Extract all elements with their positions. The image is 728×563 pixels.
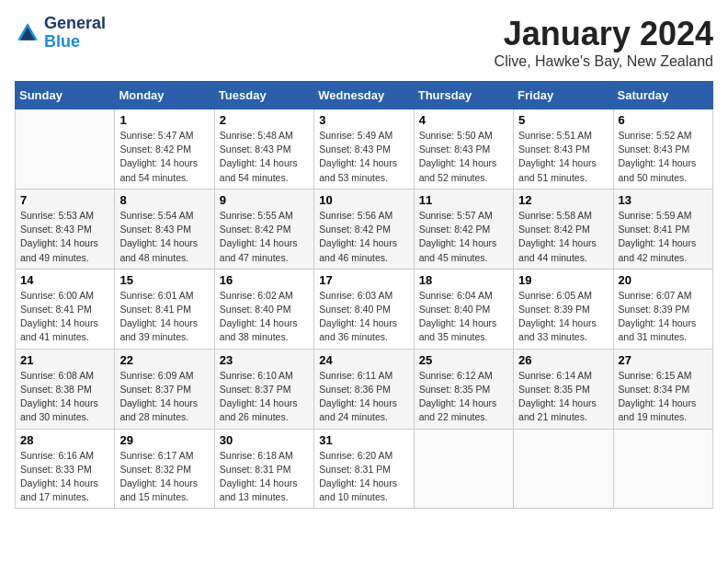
calendar-cell: 17Sunrise: 6:03 AMSunset: 8:40 PMDayligh… (314, 269, 414, 349)
calendar-cell: 24Sunrise: 6:11 AMSunset: 8:36 PMDayligh… (314, 349, 414, 429)
calendar-cell: 19Sunrise: 6:05 AMSunset: 8:39 PMDayligh… (514, 269, 613, 349)
calendar-cell: 5Sunrise: 5:51 AMSunset: 8:43 PMDaylight… (514, 109, 613, 190)
day-number: 2 (220, 113, 309, 127)
calendar-cell: 21Sunrise: 6:08 AMSunset: 8:38 PMDayligh… (16, 349, 115, 429)
header-saturday: Saturday (613, 82, 712, 109)
calendar-cell: 1Sunrise: 5:47 AMSunset: 8:42 PMDaylight… (115, 109, 214, 190)
day-number: 17 (319, 273, 408, 287)
day-detail: Sunrise: 6:08 AMSunset: 8:38 PMDaylight:… (20, 369, 109, 425)
day-detail: Sunrise: 5:47 AMSunset: 8:42 PMDaylight:… (119, 129, 209, 185)
day-number: 23 (220, 353, 309, 367)
calendar-cell: 26Sunrise: 6:14 AMSunset: 8:35 PMDayligh… (514, 349, 613, 429)
day-number: 8 (119, 193, 209, 207)
day-detail: Sunrise: 6:20 AMSunset: 8:31 PMDaylight:… (319, 449, 408, 505)
day-number: 28 (20, 433, 109, 447)
day-number: 21 (20, 353, 109, 367)
day-number: 20 (619, 273, 708, 287)
day-number: 19 (518, 273, 608, 287)
calendar-week-row: 28Sunrise: 6:16 AMSunset: 8:33 PMDayligh… (16, 429, 713, 509)
day-detail: Sunrise: 5:53 AMSunset: 8:43 PMDaylight:… (20, 209, 109, 265)
day-number: 7 (20, 193, 109, 207)
day-number: 11 (419, 193, 508, 207)
day-detail: Sunrise: 6:10 AMSunset: 8:37 PMDaylight:… (220, 369, 309, 425)
day-detail: Sunrise: 6:00 AMSunset: 8:41 PMDaylight:… (20, 289, 109, 345)
month-title: January 2024 (495, 15, 713, 53)
day-detail: Sunrise: 5:58 AMSunset: 8:42 PMDaylight:… (518, 209, 608, 265)
day-detail: Sunrise: 6:11 AMSunset: 8:36 PMDaylight:… (319, 369, 408, 425)
logo: General Blue (15, 15, 106, 52)
calendar-cell: 15Sunrise: 6:01 AMSunset: 8:41 PMDayligh… (115, 269, 214, 349)
calendar-cell (613, 429, 712, 509)
day-number: 16 (220, 273, 309, 287)
calendar-cell: 25Sunrise: 6:12 AMSunset: 8:35 PMDayligh… (414, 349, 513, 429)
day-number: 15 (119, 273, 209, 287)
calendar-cell (514, 429, 613, 509)
day-detail: Sunrise: 5:54 AMSunset: 8:43 PMDaylight:… (119, 209, 209, 265)
day-detail: Sunrise: 5:59 AMSunset: 8:41 PMDaylight:… (619, 209, 708, 265)
day-number: 10 (319, 193, 408, 207)
header-sunday: Sunday (16, 82, 115, 109)
title-section: January 2024 Clive, Hawke's Bay, New Zea… (495, 15, 713, 70)
day-number: 3 (319, 113, 408, 127)
day-detail: Sunrise: 6:09 AMSunset: 8:37 PMDaylight:… (119, 369, 209, 425)
page-header: General Blue January 2024 Clive, Hawke's… (15, 15, 713, 70)
day-number: 27 (619, 353, 708, 367)
day-number: 12 (518, 193, 608, 207)
day-number: 31 (319, 433, 408, 447)
day-number: 29 (119, 433, 209, 447)
day-detail: Sunrise: 5:56 AMSunset: 8:42 PMDaylight:… (319, 209, 408, 265)
calendar-cell: 4Sunrise: 5:50 AMSunset: 8:43 PMDaylight… (414, 109, 513, 190)
day-number: 5 (518, 113, 608, 127)
location-title: Clive, Hawke's Bay, New Zealand (495, 53, 713, 70)
calendar-cell (16, 109, 115, 190)
calendar-week-row: 7Sunrise: 5:53 AMSunset: 8:43 PMDaylight… (16, 189, 713, 269)
calendar-header-row: SundayMondayTuesdayWednesdayThursdayFrid… (16, 82, 713, 109)
day-number: 26 (518, 353, 608, 367)
calendar-table: SundayMondayTuesdayWednesdayThursdayFrid… (15, 81, 713, 509)
day-detail: Sunrise: 5:52 AMSunset: 8:43 PMDaylight:… (619, 129, 708, 185)
day-detail: Sunrise: 6:03 AMSunset: 8:40 PMDaylight:… (319, 289, 408, 345)
day-number: 22 (119, 353, 209, 367)
day-detail: Sunrise: 6:07 AMSunset: 8:39 PMDaylight:… (619, 289, 708, 345)
calendar-cell: 6Sunrise: 5:52 AMSunset: 8:43 PMDaylight… (613, 109, 712, 190)
calendar-cell: 29Sunrise: 6:17 AMSunset: 8:32 PMDayligh… (115, 429, 214, 509)
calendar-cell: 3Sunrise: 5:49 AMSunset: 8:43 PMDaylight… (314, 109, 414, 190)
day-detail: Sunrise: 6:16 AMSunset: 8:33 PMDaylight:… (20, 449, 109, 505)
day-detail: Sunrise: 6:15 AMSunset: 8:34 PMDaylight:… (619, 369, 708, 425)
calendar-cell: 8Sunrise: 5:54 AMSunset: 8:43 PMDaylight… (115, 189, 214, 269)
day-number: 14 (20, 273, 109, 287)
calendar-cell (414, 429, 513, 509)
calendar-cell: 12Sunrise: 5:58 AMSunset: 8:42 PMDayligh… (514, 189, 613, 269)
day-detail: Sunrise: 6:02 AMSunset: 8:40 PMDaylight:… (220, 289, 309, 345)
header-thursday: Thursday (414, 82, 513, 109)
day-detail: Sunrise: 6:01 AMSunset: 8:41 PMDaylight:… (119, 289, 209, 345)
day-detail: Sunrise: 6:04 AMSunset: 8:40 PMDaylight:… (419, 289, 508, 345)
day-number: 4 (419, 113, 508, 127)
logo-text-blue: Blue (44, 33, 106, 52)
day-number: 25 (419, 353, 508, 367)
logo-icon (15, 20, 40, 46)
day-number: 13 (619, 193, 708, 207)
calendar-cell: 22Sunrise: 6:09 AMSunset: 8:37 PMDayligh… (115, 349, 214, 429)
day-detail: Sunrise: 6:17 AMSunset: 8:32 PMDaylight:… (119, 449, 209, 505)
day-number: 24 (319, 353, 408, 367)
calendar-week-row: 1Sunrise: 5:47 AMSunset: 8:42 PMDaylight… (16, 109, 713, 190)
calendar-cell: 10Sunrise: 5:56 AMSunset: 8:42 PMDayligh… (314, 189, 414, 269)
calendar-cell: 11Sunrise: 5:57 AMSunset: 8:42 PMDayligh… (414, 189, 513, 269)
header-monday: Monday (115, 82, 214, 109)
calendar-cell: 31Sunrise: 6:20 AMSunset: 8:31 PMDayligh… (314, 429, 414, 509)
calendar-cell: 14Sunrise: 6:00 AMSunset: 8:41 PMDayligh… (16, 269, 115, 349)
header-wednesday: Wednesday (314, 82, 414, 109)
calendar-cell: 20Sunrise: 6:07 AMSunset: 8:39 PMDayligh… (613, 269, 712, 349)
header-friday: Friday (514, 82, 613, 109)
day-number: 9 (220, 193, 309, 207)
day-detail: Sunrise: 5:57 AMSunset: 8:42 PMDaylight:… (419, 209, 508, 265)
day-number: 30 (220, 433, 309, 447)
day-detail: Sunrise: 5:50 AMSunset: 8:43 PMDaylight:… (419, 129, 508, 185)
calendar-cell: 7Sunrise: 5:53 AMSunset: 8:43 PMDaylight… (16, 189, 115, 269)
day-number: 6 (619, 113, 708, 127)
day-number: 18 (419, 273, 508, 287)
calendar-cell: 16Sunrise: 6:02 AMSunset: 8:40 PMDayligh… (214, 269, 313, 349)
day-number: 1 (119, 113, 209, 127)
day-detail: Sunrise: 6:14 AMSunset: 8:35 PMDaylight:… (518, 369, 608, 425)
